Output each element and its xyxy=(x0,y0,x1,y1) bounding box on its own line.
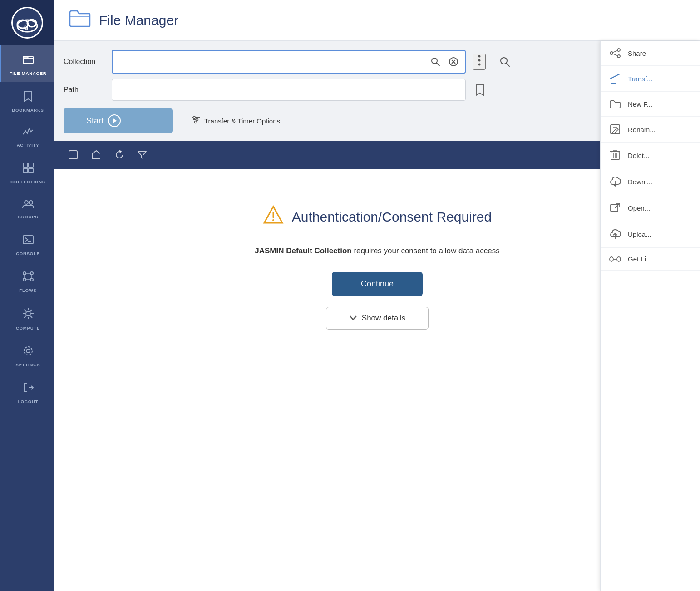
sidebar-item-compute[interactable]: COMPUTE xyxy=(0,299,54,337)
svg-point-48 xyxy=(193,116,196,118)
collection-input[interactable]: JASMIN Default Collection xyxy=(117,57,429,67)
logout-icon xyxy=(22,382,34,396)
sidebar-item-label: COMPUTE xyxy=(16,325,40,330)
continue-button[interactable]: Continue xyxy=(332,272,423,296)
svg-point-41 xyxy=(478,64,481,66)
svg-rect-83 xyxy=(610,257,613,261)
collection-search-button[interactable] xyxy=(429,55,442,69)
up-directory-button[interactable] xyxy=(86,147,106,163)
svg-line-35 xyxy=(437,63,440,66)
link-icon xyxy=(609,256,621,262)
svg-point-40 xyxy=(478,59,481,62)
path-input-wrapper[interactable] xyxy=(112,79,466,101)
right-panel-open-label: Open... xyxy=(628,204,650,212)
sidebar-item-console[interactable]: CONSOLE xyxy=(0,226,54,262)
start-button[interactable]: Start xyxy=(64,108,173,133)
right-panel-transfer[interactable]: Transf... xyxy=(601,66,700,92)
svg-rect-51 xyxy=(69,151,77,159)
right-panel-share-label: Share xyxy=(628,49,646,57)
svg-marker-44 xyxy=(113,118,117,123)
svg-line-66 xyxy=(613,51,617,53)
right-panel-download-label: Downl... xyxy=(628,178,652,186)
svg-point-15 xyxy=(23,278,26,281)
sidebar-nav: FILE MANAGER BOOKMARKS ACTIVITY xyxy=(0,45,54,591)
svg-point-14 xyxy=(30,272,33,275)
auth-description: JASMIN Default Collection requires your … xyxy=(255,246,499,256)
svg-point-9 xyxy=(25,201,28,204)
svg-marker-54 xyxy=(138,151,146,158)
svg-point-64 xyxy=(617,55,620,58)
groups-icon xyxy=(22,199,35,212)
filter-icon xyxy=(191,115,201,127)
top-header: File Manager xyxy=(54,0,700,41)
sidebar-item-groups[interactable]: GROUPS xyxy=(0,191,54,226)
start-label: Start xyxy=(86,116,104,126)
svg-text:g: g xyxy=(24,22,29,30)
right-panel-open[interactable]: Open... xyxy=(601,195,700,221)
sidebar-item-label: LOGOUT xyxy=(18,399,38,404)
collection-icons xyxy=(429,55,460,69)
right-panel-delete[interactable]: Delet... xyxy=(601,143,700,168)
play-icon xyxy=(108,114,121,127)
sidebar-item-label: GROUPS xyxy=(18,214,39,219)
sidebar-item-flows[interactable]: FLOWS xyxy=(0,262,54,299)
transfer-icon xyxy=(609,73,621,84)
auth-warning: Authentication/Consent Required xyxy=(263,205,492,228)
svg-point-63 xyxy=(617,49,620,51)
svg-point-49 xyxy=(196,118,198,121)
right-panel-new-folder[interactable]: New F... xyxy=(601,92,700,117)
settings-icon xyxy=(22,345,34,360)
sidebar: g FILE MANAGER BOOKMARKS xyxy=(0,0,54,591)
sidebar-item-settings[interactable]: SETTINGS xyxy=(0,337,54,374)
collection-clear-button[interactable] xyxy=(447,55,460,69)
right-panel-share[interactable]: Share xyxy=(601,41,700,66)
show-details-button[interactable]: Show details xyxy=(326,307,429,330)
right-panel-transfer-label: Transf... xyxy=(628,75,652,83)
delete-icon xyxy=(609,150,621,161)
rename-icon xyxy=(609,124,621,135)
transfer-options-button[interactable]: Transfer & Timer Options xyxy=(191,115,280,127)
logo-circle: g xyxy=(11,7,43,39)
sidebar-logo: g xyxy=(0,0,54,45)
svg-point-39 xyxy=(478,55,481,58)
sidebar-item-label: ACTIVITY xyxy=(17,143,39,148)
right-panel-rename[interactable]: Renam... xyxy=(601,117,700,143)
main-content: File Manager Collection JASMIN Default C… xyxy=(54,0,700,591)
right-panel-get-link[interactable]: Get Li... xyxy=(601,248,700,271)
svg-point-62 xyxy=(272,219,274,221)
svg-rect-78 xyxy=(611,204,618,212)
activity-icon xyxy=(22,127,34,140)
refresh-button[interactable] xyxy=(110,147,129,163)
chevron-down-icon xyxy=(349,314,357,323)
new-folder-icon xyxy=(609,99,621,109)
transfer-options-label: Transfer & Timer Options xyxy=(204,117,280,125)
right-panel-download[interactable]: Downl... xyxy=(601,168,700,195)
download-icon xyxy=(609,176,621,187)
svg-line-68 xyxy=(611,74,620,79)
svg-line-27 xyxy=(30,316,32,318)
compute-icon xyxy=(22,307,35,323)
checkbox-button[interactable] xyxy=(64,147,83,163)
sidebar-item-logout[interactable]: LOGOUT xyxy=(0,374,54,410)
svg-point-13 xyxy=(23,272,26,275)
right-panel: Share Transf... New F... xyxy=(600,41,700,591)
path-input[interactable] xyxy=(112,79,465,100)
global-search-button[interactable] xyxy=(498,54,512,69)
sidebar-item-activity[interactable]: ACTIVITY xyxy=(0,119,54,154)
svg-rect-7 xyxy=(23,168,28,173)
right-panel-upload-label: Uploa... xyxy=(628,231,651,238)
bookmark-button[interactable] xyxy=(473,82,487,98)
svg-line-43 xyxy=(507,64,510,67)
sidebar-item-label: FLOWS xyxy=(19,288,36,293)
sidebar-item-file-manager[interactable]: FILE MANAGER xyxy=(0,45,54,82)
sidebar-item-collections[interactable]: COLLECTIONS xyxy=(0,154,54,191)
right-panel-delete-label: Delet... xyxy=(628,152,650,159)
right-panel-upload[interactable]: Uploa... xyxy=(601,221,700,248)
filter-button[interactable] xyxy=(133,148,152,162)
collection-more-button[interactable] xyxy=(473,54,486,70)
svg-rect-5 xyxy=(23,163,28,167)
sidebar-item-bookmarks[interactable]: BOOKMARKS xyxy=(0,82,54,119)
collection-input-wrapper: JASMIN Default Collection xyxy=(112,50,466,74)
open-icon xyxy=(609,202,621,213)
path-label: Path xyxy=(64,86,104,94)
